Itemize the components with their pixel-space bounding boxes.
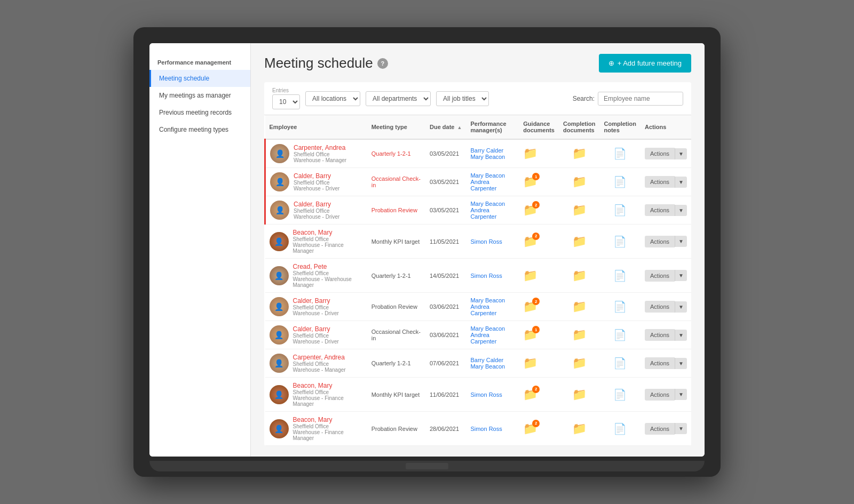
guidance-folder[interactable]: 📁 2	[523, 388, 537, 402]
completion-folder[interactable]: 📁	[563, 300, 596, 314]
guidance-folder[interactable]: 📁 1	[523, 328, 537, 342]
manager-link[interactable]: Andrea Carpenter	[470, 207, 515, 220]
employee-name[interactable]: Beacon, Mary	[293, 229, 363, 236]
manager-link[interactable]: Andrea Carpenter	[470, 179, 515, 191]
notes-icon-wrapper[interactable]: 📄	[604, 235, 637, 248]
search-input[interactable]	[598, 92, 683, 106]
actions-dropdown[interactable]: ▼	[675, 236, 687, 247]
completion-folder[interactable]: 📁	[563, 269, 596, 283]
actions-dropdown[interactable]: ▼	[675, 330, 687, 341]
actions-dropdown[interactable]: ▼	[675, 148, 687, 159]
actions-button[interactable]: Actions	[645, 329, 675, 341]
page-header: Meeting schedule ? ⊕ + Add future meetin…	[264, 54, 691, 73]
employee-name[interactable]: Cread, Pete	[293, 263, 363, 270]
manager-link[interactable]: Simon Ross	[470, 391, 515, 398]
actions-dropdown[interactable]: ▼	[675, 177, 687, 188]
manager-link[interactable]: Mary Beacon	[470, 363, 515, 370]
sidebar-item-configure-types[interactable]: Configure meeting types	[149, 121, 250, 138]
notes-icon-wrapper[interactable]: 📄	[604, 357, 637, 370]
col-meeting-type: Meeting type	[367, 115, 425, 139]
entries-select[interactable]: 10 25 50	[272, 94, 300, 109]
notes-icon-wrapper[interactable]: 📄	[604, 147, 637, 160]
help-icon[interactable]: ?	[377, 58, 388, 69]
manager-link[interactable]: Mary Beacon	[470, 201, 515, 207]
actions-dropdown[interactable]: ▼	[675, 301, 687, 313]
employee-office: Sheffield Office	[293, 270, 363, 276]
employee-name[interactable]: Beacon, Mary	[293, 382, 363, 389]
employee-name[interactable]: Calder, Barry	[293, 297, 339, 305]
completion-folder[interactable]: 📁	[563, 388, 596, 402]
employee-info: Calder, Barry Sheffield Office Warehouse…	[293, 325, 339, 345]
employee-name[interactable]: Calder, Barry	[294, 172, 339, 180]
manager-link[interactable]: Mary Beacon	[470, 325, 515, 332]
actions-cell: Actions ▼	[640, 293, 691, 321]
manager-link[interactable]: Mary Beacon	[470, 172, 515, 179]
manager-link[interactable]: Mary Beacon	[470, 154, 515, 160]
completion-folder[interactable]: 📁	[563, 175, 596, 189]
actions-button[interactable]: Actions	[645, 389, 675, 401]
sidebar-item-my-meetings[interactable]: My meetings as manager	[149, 87, 250, 104]
employee-name[interactable]: Carpenter, Andrea	[293, 354, 346, 361]
guidance-folder[interactable]: 📁 1	[523, 175, 537, 189]
employee-name[interactable]: Carpenter, Andrea	[294, 144, 346, 151]
actions-dropdown[interactable]: ▼	[675, 205, 687, 216]
sidebar-item-meeting-schedule[interactable]: Meeting schedule	[149, 70, 250, 87]
actions-dropdown[interactable]: ▼	[675, 358, 687, 369]
add-future-meeting-button[interactable]: ⊕ + Add future meeting	[599, 54, 691, 73]
notes-icon-wrapper[interactable]: 📄	[604, 329, 637, 341]
employee-name[interactable]: Calder, Barry	[293, 325, 339, 333]
actions-dropdown[interactable]: ▼	[675, 423, 687, 434]
guidance-folder[interactable]: 📁	[523, 356, 537, 370]
guidance-folder[interactable]: 📁 2	[523, 422, 537, 436]
guidance-folder[interactable]: 📁 2	[523, 235, 537, 249]
completion-folder[interactable]: 📁	[563, 422, 596, 436]
table-row: 👤 Cread, Pete Sheffield Office Warehouse…	[265, 259, 692, 293]
notes-icon-wrapper[interactable]: 📄	[604, 388, 637, 401]
actions-button[interactable]: Actions	[645, 148, 675, 159]
completion-notes-cell: 📄	[600, 196, 641, 225]
manager-link[interactable]: Andrea Carpenter	[470, 303, 515, 316]
employee-name[interactable]: Calder, Barry	[294, 201, 339, 208]
notes-icon-wrapper[interactable]: 📄	[604, 269, 637, 282]
notes-icon-wrapper[interactable]: 📄	[604, 204, 637, 217]
actions-group: Actions ▼	[645, 357, 687, 369]
guidance-folder[interactable]: 📁 2	[523, 300, 537, 314]
actions-dropdown[interactable]: ▼	[675, 389, 687, 400]
completion-folder[interactable]: 📁	[563, 328, 596, 342]
completion-folder[interactable]: 📁	[563, 203, 596, 217]
guidance-folder[interactable]: 📁 2	[523, 203, 537, 217]
actions-button[interactable]: Actions	[645, 357, 675, 369]
manager-link[interactable]: Simon Ross	[470, 426, 515, 432]
actions-dropdown[interactable]: ▼	[675, 270, 687, 281]
actions-button[interactable]: Actions	[645, 301, 675, 313]
notes-icon-wrapper[interactable]: 📄	[604, 422, 637, 435]
actions-button[interactable]: Actions	[645, 423, 675, 435]
table-body: 👤 Carpenter, Andrea Sheffield Office War…	[265, 139, 692, 446]
completion-folder[interactable]: 📁	[563, 356, 596, 370]
actions-button[interactable]: Actions	[645, 270, 675, 282]
notes-icon-wrapper[interactable]: 📄	[604, 300, 637, 313]
manager-link[interactable]: Simon Ross	[470, 238, 515, 245]
notes-icon-wrapper[interactable]: 📄	[604, 175, 637, 188]
employee-cell: 👤 Calder, Barry Sheffield Office Warehou…	[265, 321, 367, 349]
sidebar-item-previous-records[interactable]: Previous meeting records	[149, 104, 250, 121]
manager-link[interactable]: Barry Calder	[470, 357, 515, 363]
guidance-folder[interactable]: 📁	[523, 147, 537, 161]
completion-folder[interactable]: 📁	[563, 235, 596, 249]
guidance-folder[interactable]: 📁	[523, 269, 537, 283]
manager-link[interactable]: Mary Beacon	[470, 297, 515, 303]
employee-cell: 👤 Calder, Barry Sheffield Office Warehou…	[265, 196, 367, 225]
job-titles-select[interactable]: All job titles	[436, 91, 489, 106]
completion-notes-cell: 📄	[600, 168, 641, 196]
departments-select[interactable]: All departments	[366, 91, 431, 106]
manager-link[interactable]: Andrea Carpenter	[470, 332, 515, 345]
actions-button[interactable]: Actions	[645, 204, 675, 216]
actions-button[interactable]: Actions	[645, 236, 675, 247]
col-due-date[interactable]: Due date ▲	[425, 115, 466, 139]
actions-button[interactable]: Actions	[645, 176, 675, 188]
locations-select[interactable]: All locations	[305, 91, 360, 106]
completion-folder[interactable]: 📁	[563, 147, 596, 161]
manager-link[interactable]: Simon Ross	[470, 273, 515, 279]
employee-name[interactable]: Beacon, Mary	[293, 416, 363, 423]
manager-link[interactable]: Barry Calder	[470, 147, 515, 154]
